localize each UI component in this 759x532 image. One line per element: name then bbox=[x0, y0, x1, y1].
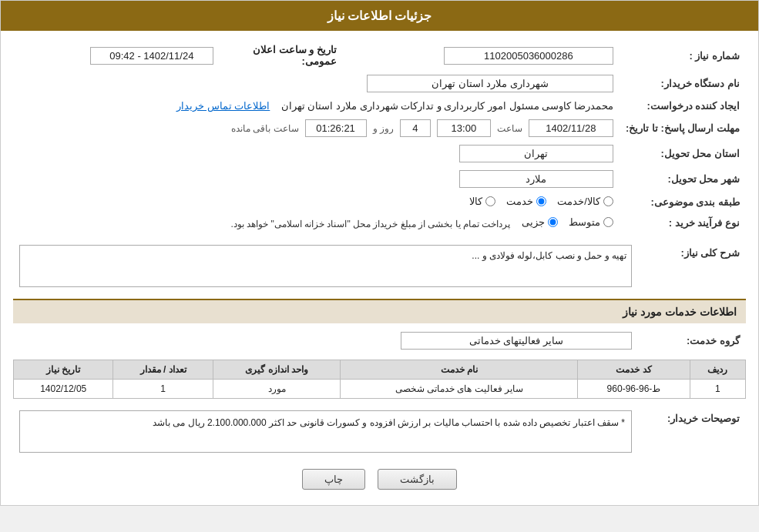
purchase-type-options: متوسط جزیی پرداخت تمام یا بخشی از مبلغ خ… bbox=[13, 212, 620, 233]
label-motavaset: متوسط bbox=[569, 216, 600, 228]
announce-datetime-label: تاریخ و ساعت اعلان عمومی: bbox=[253, 44, 337, 67]
col-unit: واحد اندازه گیری bbox=[213, 360, 341, 380]
category-radio-group: کالا/خدمت خدمت کالا bbox=[469, 196, 613, 207]
org-name-box: شهرداری ملارد استان تهران bbox=[367, 75, 613, 92]
row-requester: ایجاد کننده درخواست: محمدرضا کاوسی مسئول… bbox=[13, 96, 746, 115]
response-date-box: 1402/11/28 bbox=[529, 119, 613, 137]
city-box: ملارد bbox=[459, 170, 613, 188]
city-value: ملارد bbox=[13, 166, 620, 192]
print-button[interactable]: چاپ bbox=[302, 469, 365, 490]
response-deadline-row: 1402/11/28 ساعت 13:00 4 روز و 01:26:21 س… bbox=[13, 115, 620, 141]
province-box: تهران bbox=[459, 145, 613, 162]
services-table: ردیف کد خدمت نام خدمت واحد اندازه گیری ت… bbox=[13, 360, 746, 399]
service-group-box: سایر فعالیتهای خدماتی bbox=[401, 332, 632, 350]
description-section: شرح کلی نیاز: تهیه و حمل و نصب کابل،لوله… bbox=[13, 241, 746, 291]
main-content: شماره نیاز : 1102005036000286 تاریخ و سا… bbox=[1, 31, 758, 505]
label-khedmat: خدمت bbox=[506, 196, 533, 207]
need-number-box: 1102005036000286 bbox=[444, 47, 613, 65]
page-title: جزئیات اطلاعات نیاز bbox=[327, 9, 432, 22]
purchase-type-note: پرداخت تمام یا بخشی از مبلغ خریداز محل "… bbox=[231, 219, 511, 229]
buyer-notes-box: * سقف اعتبار تخصیص داده شده با احتساب ما… bbox=[19, 410, 632, 453]
remaining-time-box: 01:26:21 bbox=[305, 119, 367, 137]
radio-motavaset[interactable] bbox=[603, 217, 613, 227]
org-name-label: نام دستگاه خریدار: bbox=[620, 71, 746, 96]
response-time-box: 13:00 bbox=[437, 119, 491, 137]
label-kala-khedmat: کالا/خدمت bbox=[557, 196, 600, 207]
remaining-time-label: ساعت باقی مانده bbox=[231, 123, 299, 134]
type-motavaset[interactable]: متوسط bbox=[569, 216, 613, 228]
service-group-row: گروه خدمت: سایر فعالیتهای خدماتی bbox=[13, 328, 746, 353]
type-jozi[interactable]: جزیی bbox=[522, 216, 558, 228]
services-section-header: اطلاعات خدمات مورد نیاز bbox=[13, 299, 746, 323]
col-quantity: تعداد / مقدار bbox=[113, 360, 213, 380]
province-label: استان محل تحویل: bbox=[620, 141, 746, 166]
row-response-deadline: مهلت ارسال پاسخ: تا تاریخ: 1402/11/28 سا… bbox=[13, 115, 746, 141]
category-khedmat[interactable]: خدمت bbox=[506, 196, 546, 207]
service-group-value: سایر فعالیتهای خدماتی bbox=[13, 328, 638, 353]
col-service-name: نام خدمت bbox=[341, 360, 578, 380]
city-label: شهر محل تحویل: bbox=[620, 166, 746, 192]
purchase-type-label: نوع فرآیند خرید : bbox=[620, 212, 746, 233]
service-group-table: گروه خدمت: سایر فعالیتهای خدماتی bbox=[13, 328, 746, 353]
buyer-notes-section: توصیحات خریدار: * سقف اعتبار تخصیص داده … bbox=[13, 407, 746, 457]
buyer-notes-value-cell: * سقف اعتبار تخصیص داده شده با احتساب ما… bbox=[13, 407, 638, 457]
need-number-label: شماره نیاز : bbox=[620, 40, 746, 71]
bottom-buttons: بازگشت چاپ bbox=[13, 469, 746, 490]
requester-text: محمدرضا کاوسی مسئول امور کاربرداری و تدا… bbox=[281, 100, 613, 112]
response-time-label: ساعت bbox=[497, 123, 522, 134]
days-value-box: 4 bbox=[400, 119, 431, 137]
info-table: شماره نیاز : 1102005036000286 تاریخ و سا… bbox=[13, 40, 746, 233]
page-header: جزئیات اطلاعات نیاز bbox=[1, 1, 758, 31]
category-options: کالا/خدمت خدمت کالا bbox=[13, 192, 620, 212]
row-org-name: نام دستگاه خریدار: شهرداری ملارد استان ت… bbox=[13, 71, 746, 96]
radio-khedmat[interactable] bbox=[536, 196, 546, 206]
datetime-row: 1402/11/28 ساعت 13:00 4 روز و 01:26:21 س… bbox=[19, 119, 613, 137]
buyer-notes-row: توصیحات خریدار: * سقف اعتبار تخصیص داده … bbox=[13, 407, 746, 457]
response-deadline-label: مهلت ارسال پاسخ: تا تاریخ: bbox=[620, 115, 746, 141]
announce-datetime-value: 1402/11/24 - 09:42 bbox=[90, 47, 213, 65]
requester-contact-link[interactable]: اطلاعات تماس خریدار bbox=[176, 100, 270, 112]
requester-value: محمدرضا کاوسی مسئول امور کاربرداری و تدا… bbox=[13, 96, 620, 115]
row-purchase-type: نوع فرآیند خرید : متوسط جزیی bbox=[13, 212, 746, 233]
row-need-number: شماره نیاز : 1102005036000286 تاریخ و سا… bbox=[13, 40, 746, 71]
buyer-notes-label: توصیحات خریدار: bbox=[638, 407, 746, 457]
back-button[interactable]: بازگشت bbox=[378, 469, 457, 490]
province-value: تهران bbox=[13, 141, 620, 166]
category-label: طبقه بندی موضوعی: bbox=[620, 192, 746, 212]
radio-kala-khedmat[interactable] bbox=[603, 196, 613, 206]
category-kala-khedmat[interactable]: کالا/خدمت bbox=[557, 196, 613, 207]
radio-kala[interactable] bbox=[485, 196, 495, 206]
description-box: تهیه و حمل و نصب کابل،لوله فولادی و ... bbox=[19, 245, 632, 287]
category-kala[interactable]: کالا bbox=[469, 196, 495, 207]
row-city: شهر محل تحویل: ملارد bbox=[13, 166, 746, 192]
requester-label: ایجاد کننده درخواست: bbox=[620, 96, 746, 115]
table-row: 1ط-96-96-960سایر فعالیت های خدماتی شخصیم… bbox=[14, 380, 746, 399]
radio-jozi[interactable] bbox=[548, 217, 558, 227]
label-kala: کالا bbox=[469, 196, 482, 207]
col-service-code: کد خدمت bbox=[578, 360, 690, 380]
description-label: شرح کلی نیاز: bbox=[638, 241, 746, 291]
purchase-type-radio-group: متوسط جزیی bbox=[522, 216, 613, 228]
col-row-num: ردیف bbox=[690, 360, 745, 380]
row-province: استان محل تحویل: تهران bbox=[13, 141, 746, 166]
need-number-value: 1102005036000286 bbox=[343, 40, 620, 71]
description-value-cell: تهیه و حمل و نصب کابل،لوله فولادی و ... bbox=[13, 241, 638, 291]
col-date: تاریخ نیاز bbox=[14, 360, 113, 380]
row-category: طبقه بندی موضوعی: کالا/خدمت خدمت bbox=[13, 192, 746, 212]
description-row: شرح کلی نیاز: تهیه و حمل و نصب کابل،لوله… bbox=[13, 241, 746, 291]
services-table-header: ردیف کد خدمت نام خدمت واحد اندازه گیری ت… bbox=[14, 360, 746, 380]
service-group-label: گروه خدمت: bbox=[638, 328, 746, 353]
days-label: روز و bbox=[373, 123, 394, 134]
org-name-value: شهرداری ملارد استان تهران bbox=[13, 71, 620, 96]
label-jozi: جزیی bbox=[522, 216, 545, 228]
page-wrapper: جزئیات اطلاعات نیاز شماره نیاز : 1102005… bbox=[0, 0, 759, 506]
